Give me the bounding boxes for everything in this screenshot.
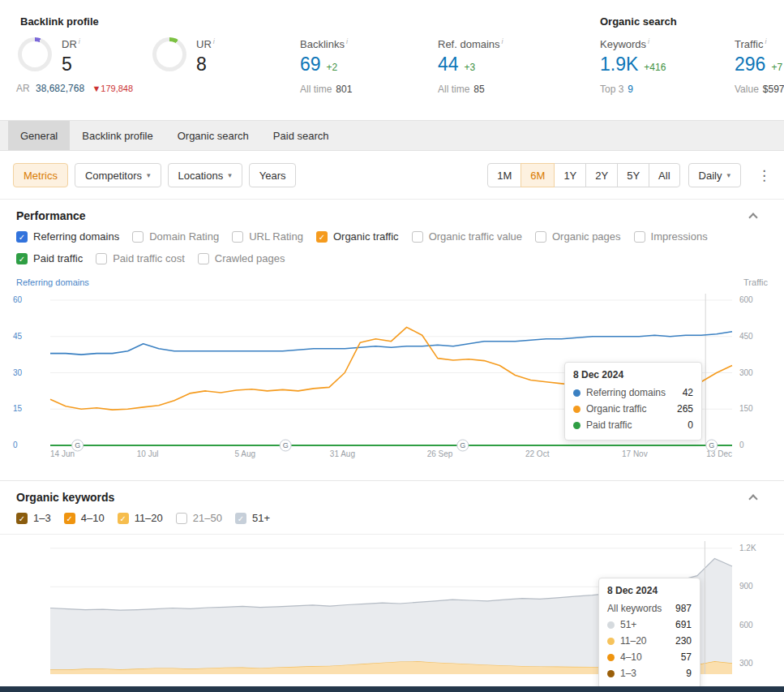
- left-axis-tick: 15: [13, 404, 23, 413]
- years-button[interactable]: Years: [249, 163, 297, 187]
- locations-button[interactable]: Locations▾: [168, 163, 242, 187]
- tooltip-total-row: All keywords987: [607, 600, 692, 617]
- metric-paid-traffic-cost[interactable]: Paid traffic cost: [96, 252, 185, 264]
- tab-general[interactable]: General: [8, 121, 70, 150]
- organic-keywords-title: Organic keywords: [16, 491, 114, 504]
- x-axis-tick: 17 Nov: [622, 449, 648, 458]
- collapse-keywords-icon[interactable]: [748, 494, 757, 503]
- range-1y[interactable]: 1Y: [554, 163, 586, 187]
- tooltip-row-referring-domains: Referring domains42: [573, 385, 693, 401]
- backlinks-metric: Backlinksi 69+2 All time801: [300, 37, 352, 95]
- filter-51+[interactable]: 51+: [235, 512, 270, 524]
- tab-organic-search[interactable]: Organic search: [165, 121, 261, 150]
- filter-21-50[interactable]: 21–50: [176, 512, 222, 524]
- performance-title: Performance: [16, 209, 86, 222]
- series-dot: [607, 654, 615, 661]
- checkbox-label: 21–50: [193, 512, 222, 524]
- info-icon: i: [765, 37, 766, 45]
- right-axis-tick: 900: [739, 582, 753, 591]
- right-axis-title: Traffic: [743, 277, 768, 287]
- series-dot: [573, 422, 581, 429]
- ref-domains-value-row: 44+3: [438, 54, 503, 75]
- metric-impressions[interactable]: Impressions: [634, 230, 708, 243]
- info-icon: i: [648, 37, 649, 45]
- checkbox-organic-traffic[interactable]: [316, 231, 328, 243]
- checkbox-label: URL Rating: [249, 230, 303, 243]
- backlinks-alltime: All time801: [300, 84, 352, 95]
- metric-organic-traffic-value[interactable]: Organic traffic value: [412, 230, 522, 243]
- range-6m[interactable]: 6M: [521, 163, 555, 187]
- checkbox-organic-pages[interactable]: [535, 231, 546, 243]
- metrics-button[interactable]: Metrics: [13, 163, 68, 187]
- metric-organic-traffic[interactable]: Organic traffic: [316, 230, 399, 243]
- range-2y[interactable]: 2Y: [585, 163, 618, 187]
- value-label: Value: [735, 84, 759, 95]
- metric-url-rating[interactable]: URL Rating: [232, 230, 303, 243]
- dr-value: 5: [62, 54, 80, 75]
- range-1m[interactable]: 1M: [487, 163, 521, 187]
- range-group: 1M6M1Y2Y5YAll: [487, 163, 679, 187]
- tab-paid-search[interactable]: Paid search: [261, 121, 341, 150]
- traffic-label-row: Traffici: [735, 37, 784, 50]
- alltime-label: All time: [438, 84, 469, 95]
- alltime-value: 85: [473, 84, 484, 95]
- metric-referring-domains[interactable]: Referring domains: [16, 230, 119, 243]
- checkbox-referring-domains[interactable]: [16, 231, 28, 243]
- backlinks-delta: +2: [327, 62, 338, 73]
- metric-crawled-pages[interactable]: Crawled pages: [198, 252, 285, 264]
- ref-domains-metric: Ref. domainsi 44+3 All time85: [438, 37, 503, 95]
- tooltip-row-4-10: 4–1057: [607, 649, 692, 665]
- toolbar-right: 1M6M1Y2Y5YAll Daily▾ ⋮: [487, 163, 771, 187]
- checkbox-paid-traffic-cost[interactable]: [96, 253, 107, 264]
- checkbox-url-rating[interactable]: [232, 231, 243, 243]
- dr-label: DR: [62, 38, 77, 50]
- traffic-value[interactable]: 296: [735, 54, 765, 75]
- metric-paid-traffic[interactable]: Paid traffic: [16, 252, 83, 264]
- checkbox-21-50[interactable]: [176, 513, 187, 524]
- locations-button-label: Locations: [178, 170, 224, 182]
- ref-domains-value[interactable]: 44: [438, 54, 459, 75]
- checkbox-paid-traffic[interactable]: [16, 253, 28, 264]
- top3-value[interactable]: 9: [628, 84, 633, 95]
- checkbox-4-10[interactable]: [64, 513, 75, 524]
- keywords-value[interactable]: 1.9K: [600, 54, 638, 75]
- checkbox-label: 4–10: [81, 512, 105, 524]
- checkbox-11-20[interactable]: [118, 513, 129, 524]
- referring-domains-line: [50, 332, 732, 355]
- filter-4-10[interactable]: 4–10: [64, 512, 105, 524]
- series-dot: [573, 406, 581, 413]
- checkbox-label: Paid traffic: [33, 252, 83, 264]
- ref-domains-alltime: All time85: [438, 84, 503, 95]
- collapse-performance-icon[interactable]: [748, 213, 757, 221]
- filter-11-20[interactable]: 11–20: [118, 512, 163, 524]
- metric-organic-pages[interactable]: Organic pages: [535, 230, 621, 243]
- right-axis-tick: 600: [739, 621, 753, 630]
- checkbox-impressions[interactable]: [634, 231, 645, 243]
- backlinks-value[interactable]: 69: [300, 54, 321, 75]
- checkbox-domain-rating[interactable]: [132, 231, 144, 243]
- more-options-icon[interactable]: ⋮: [757, 167, 771, 184]
- organic-search-title: Organic search: [600, 15, 677, 28]
- right-axis-tick: 0: [739, 441, 744, 449]
- traffic-delta: +7: [771, 62, 782, 73]
- metric-domain-rating[interactable]: Domain Rating: [132, 230, 219, 243]
- tooltip-row-51+: 51+691: [607, 617, 692, 633]
- range-all[interactable]: All: [649, 163, 679, 187]
- checkbox-1-3[interactable]: [16, 513, 28, 524]
- granularity-button[interactable]: Daily▾: [688, 163, 741, 187]
- checkbox-label: Organic traffic: [333, 230, 399, 243]
- tab-backlink-profile[interactable]: Backlink profile: [70, 121, 165, 150]
- filter-1-3[interactable]: 1–3: [16, 512, 51, 524]
- keywords-label: Keywords: [600, 38, 646, 50]
- checkbox-51+[interactable]: [235, 513, 246, 524]
- tooltip-date: 8 Dec 2024: [607, 585, 692, 596]
- range-5y[interactable]: 5Y: [617, 163, 649, 187]
- checkbox-crawled-pages[interactable]: [198, 253, 209, 264]
- backlink-profile-title: Backlink profile: [20, 15, 99, 28]
- left-axis-tick: 45: [13, 332, 23, 341]
- checkbox-organic-traffic-value[interactable]: [412, 231, 423, 243]
- x-axis-tick: 22 Oct: [525, 449, 550, 458]
- keywords-label-row: Keywordsi: [600, 37, 666, 50]
- competitors-button[interactable]: Competitors▾: [75, 163, 161, 187]
- series-dot: [573, 389, 581, 397]
